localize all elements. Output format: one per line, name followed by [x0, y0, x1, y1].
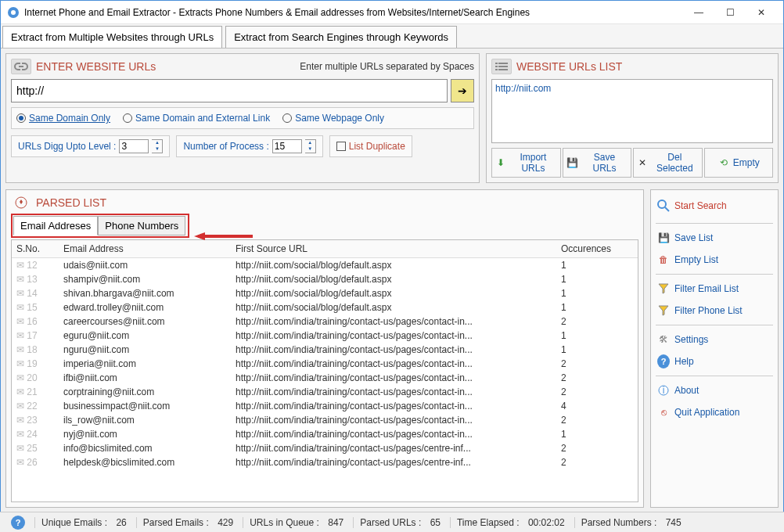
- cell-occ: 2: [556, 441, 638, 455]
- table-row[interactable]: ✉ 12udais@niit.comhttp://niit.com/social…: [12, 258, 638, 273]
- side-label: Settings: [674, 334, 708, 345]
- cell-url: http://niit.com/social/blog/default.aspx: [231, 258, 556, 273]
- status-help[interactable]: ?: [5, 516, 31, 530]
- table-row[interactable]: ✉ 18nguru@niit.comhttp://niit.com/india/…: [12, 343, 638, 357]
- about-button[interactable]: iAbout: [656, 379, 773, 401]
- table-row[interactable]: ✉ 22businessimpact@niit.comhttp://niit.c…: [12, 399, 638, 413]
- table-row[interactable]: ✉ 20ifbi@niit.comhttp://niit.com/india/t…: [12, 371, 638, 385]
- empty-icon: 🗑: [657, 253, 670, 266]
- parsed-list-panel: PARSED LIST Email Addreses Phone Numbers…: [5, 189, 644, 508]
- empty-icon: ⟲: [717, 156, 730, 169]
- cell-email: helpdesk@bicslimited.com: [59, 455, 231, 469]
- table-row[interactable]: ✉ 13shampiv@niit.comhttp://niit.com/soci…: [12, 272, 638, 286]
- settings-button[interactable]: 🛠Settings: [656, 329, 773, 350]
- col-occ[interactable]: Occurences: [556, 240, 638, 258]
- url-list-box[interactable]: http://niit.com: [491, 79, 773, 143]
- table-row[interactable]: ✉ 16careercourses@niit.comhttp://niit.co…: [12, 315, 638, 329]
- table-row[interactable]: ✉ 19imperia@niit.comhttp://niit.com/indi…: [12, 357, 638, 371]
- save-icon: 💾: [566, 156, 579, 169]
- side-label: Help: [674, 356, 694, 367]
- table-row[interactable]: ✉ 26helpdesk@bicslimited.comhttp://niit.…: [12, 455, 638, 469]
- cell-occ: 2: [556, 357, 638, 371]
- cell-url: http://niit.com/india/training/contact-u…: [231, 455, 556, 469]
- cell-email: info@bicslimited.com: [59, 441, 231, 455]
- svg-rect-5: [498, 66, 508, 67]
- start-search-button[interactable]: Start Search: [656, 195, 773, 217]
- table-row[interactable]: ✉ 17eguru@niit.comhttp://niit.com/india/…: [12, 329, 638, 343]
- side-label: Filter Phone List: [674, 305, 743, 316]
- tab-phones[interactable]: Phone Numbers: [98, 216, 185, 235]
- radio-same-webpage[interactable]: Same Webpage Only: [282, 113, 384, 124]
- status-elapsed: Time Elapsed : 00:02:02: [450, 517, 571, 528]
- help-icon: ?: [11, 516, 25, 530]
- table-row[interactable]: ✉ 23ils_row@niit.comhttp://niit.com/indi…: [12, 413, 638, 427]
- help-button[interactable]: ?Help: [656, 350, 773, 372]
- side-label: Save List: [674, 232, 713, 243]
- status-parsed-urls: Parsed URLs : 65: [353, 517, 447, 528]
- filter-phone-button[interactable]: Filter Phone List: [656, 300, 773, 322]
- digg-spinner[interactable]: ▲▼: [152, 139, 163, 153]
- tab-extract-urls[interactable]: Extract from Multiple Websites through U…: [2, 26, 222, 48]
- col-sno[interactable]: S.No.: [12, 240, 59, 258]
- table-row[interactable]: ✉ 15edward.trolley@niit.comhttp://niit.c…: [12, 300, 638, 315]
- process-box: Number of Process : ▲▼: [176, 135, 322, 157]
- cell-url: http://niit.com/india/training/contact-u…: [231, 357, 556, 371]
- proc-spinner[interactable]: ▲▼: [305, 139, 316, 153]
- url-input[interactable]: [11, 79, 448, 102]
- list-dup-label: List Duplicate: [349, 141, 405, 152]
- cell-url: http://niit.com/social/blog/default.aspx: [231, 300, 556, 315]
- table-row[interactable]: ✉ 21corptraining@niit.comhttp://niit.com…: [12, 385, 638, 399]
- url-list-item[interactable]: http://niit.com: [495, 83, 769, 94]
- digg-level-box: URLs Digg Upto Level : ▲▼: [11, 135, 170, 157]
- import-urls-button[interactable]: ⬇Import URLs: [491, 148, 561, 178]
- link-icon: [11, 59, 31, 74]
- tab-extract-keywords[interactable]: Extract from Search Engines through Keyw…: [225, 26, 457, 48]
- quit-button[interactable]: ⎋Quit Application: [656, 401, 773, 423]
- del-selected-button[interactable]: ✕Del Selected: [633, 148, 703, 178]
- minimize-button[interactable]: —: [683, 2, 714, 23]
- filter-email-button[interactable]: Filter Email List: [656, 278, 773, 300]
- results-table-wrap[interactable]: S.No. Email Address First Source URL Occ…: [11, 239, 638, 502]
- col-url[interactable]: First Source URL: [231, 240, 556, 258]
- cell-occ: 1: [556, 272, 638, 286]
- separator: [656, 223, 773, 224]
- tab-emails[interactable]: Email Addreses: [13, 216, 98, 235]
- cell-url: http://niit.com/india/training/contact-u…: [231, 329, 556, 343]
- table-row[interactable]: ✉ 14shivan.bhargava@niit.comhttp://niit.…: [12, 286, 638, 300]
- window-title: Internet Phone and Email Extractor - Ext…: [24, 7, 683, 18]
- radio-label: Same Domain and External Link: [135, 113, 270, 124]
- table-row[interactable]: ✉ 24nyj@niit.comhttp://niit.com/india/tr…: [12, 427, 638, 441]
- maximize-button[interactable]: ☐: [714, 2, 746, 23]
- go-button[interactable]: ➔: [451, 79, 474, 102]
- cell-email: ils_row@niit.com: [59, 413, 231, 427]
- radio-external[interactable]: Same Domain and External Link: [123, 113, 270, 124]
- save-urls-button[interactable]: 💾Save URLs: [563, 148, 632, 178]
- close-button[interactable]: ✕: [746, 2, 777, 23]
- mail-icon: ✉ 19: [12, 357, 59, 371]
- mail-icon: ✉ 16: [12, 315, 59, 329]
- mail-icon: ✉ 22: [12, 399, 59, 413]
- empty-button[interactable]: ⟲Empty: [704, 148, 774, 178]
- proc-input[interactable]: [272, 139, 302, 153]
- status-parsed-numbers: Parsed Numbers : 745: [574, 517, 688, 528]
- enter-urls-title: ENTER WEBSITE URLs: [36, 60, 156, 73]
- empty-list-button[interactable]: 🗑Empty List: [656, 249, 773, 271]
- cell-url: http://niit.com/india/training/contact-u…: [231, 399, 556, 413]
- table-row[interactable]: ✉ 25info@bicslimited.comhttp://niit.com/…: [12, 441, 638, 455]
- list-duplicate-check[interactable]: List Duplicate: [329, 135, 412, 157]
- status-unique-emails: Unique Emails : 26: [34, 517, 133, 528]
- mail-icon: ✉ 14: [12, 286, 59, 300]
- svg-line-10: [665, 207, 669, 211]
- save-list-button[interactable]: 💾Save List: [656, 227, 773, 249]
- cell-occ: 1: [556, 329, 638, 343]
- svg-rect-3: [498, 63, 508, 64]
- mail-icon: ✉ 20: [12, 371, 59, 385]
- mail-icon: ✉ 21: [12, 385, 59, 399]
- proc-label: Number of Process :: [183, 141, 268, 152]
- cell-url: http://niit.com/social/blog/default.aspx: [231, 272, 556, 286]
- mail-icon: ✉ 26: [12, 455, 59, 469]
- digg-input[interactable]: [119, 139, 149, 153]
- radio-same-domain[interactable]: Same Domain Only: [16, 113, 110, 124]
- separator: [656, 376, 773, 376]
- svg-rect-7: [498, 69, 508, 70]
